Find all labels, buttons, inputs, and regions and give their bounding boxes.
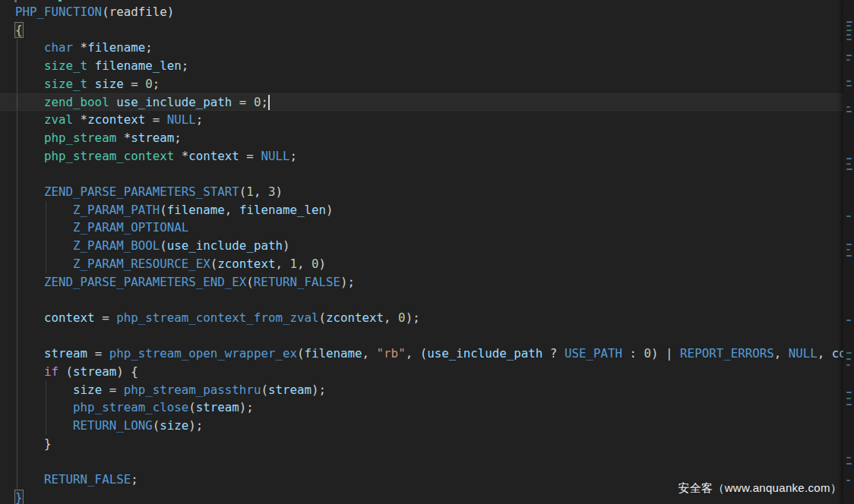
code-line[interactable]: php_stream_context *context = NULL; <box>0 147 843 165</box>
code-token: zend_bool <box>44 95 109 109</box>
code-token: Z_PARAM_RESOURCE_EX <box>73 257 210 271</box>
code-token: REPORT_ERRORS <box>680 346 774 361</box>
code-line[interactable]: size_t filename_len; <box>0 57 843 75</box>
code-token: NULL <box>261 149 289 163</box>
code-token: stream <box>268 383 312 397</box>
code-token: ; <box>153 77 160 91</box>
code-line[interactable] <box>0 327 843 345</box>
code-token: = <box>87 346 109 361</box>
minimap-mark <box>846 163 851 165</box>
minimap-mark <box>846 255 852 257</box>
code-token: php_stream_context <box>44 149 174 163</box>
minimap-mark <box>846 106 850 108</box>
code-token: if <box>44 364 59 379</box>
clipped-line-remnant <box>59 0 62 2</box>
code-line[interactable] <box>0 291 843 309</box>
code-token: 0 <box>644 346 652 361</box>
code-line[interactable]: Z_PARAM_PATH(filename, filename_len) <box>0 201 843 219</box>
code-token: ); <box>188 418 203 433</box>
code-line[interactable]: size = php_stream_passthru(stream); <box>0 381 843 399</box>
code-token: stream <box>73 364 116 379</box>
code-line[interactable] <box>0 453 843 471</box>
code-token: filename <box>87 40 145 55</box>
code-token: ( <box>239 184 247 199</box>
code-token <box>15 58 44 73</box>
code-token: size_t <box>44 77 87 91</box>
code-token: = <box>145 112 167 127</box>
code-line[interactable]: char *filename; <box>0 39 843 57</box>
code-token: context <box>44 310 95 325</box>
code-token: context <box>832 346 843 361</box>
code-line[interactable]: Z_PARAM_RESOURCE_EX(zcontext, 1, 0) <box>0 255 843 273</box>
minimap-mark <box>846 216 851 217</box>
code-token: ) <box>283 238 290 253</box>
code-token: size <box>160 418 188 433</box>
code-area[interactable]: PHP_FUNCTION(readfile){ char *filename; … <box>0 3 843 504</box>
code-token: } <box>15 436 52 451</box>
code-line[interactable]: php_stream_close(stream); <box>0 398 843 417</box>
code-token: ( <box>102 5 109 19</box>
minimap-mark <box>846 21 852 23</box>
minimap-mark <box>846 457 851 458</box>
code-line[interactable]: PHP_FUNCTION(readfile) <box>0 3 843 21</box>
code-token: ); <box>406 310 420 325</box>
code-token <box>15 346 44 361</box>
code-token: = <box>232 95 254 109</box>
code-line[interactable]: Z_PARAM_OPTIONAL <box>0 219 843 237</box>
code-line[interactable]: { <box>0 21 843 39</box>
code-token <box>109 95 117 109</box>
code-line[interactable]: RETURN_LONG(size); <box>0 417 843 435</box>
code-token: 0 <box>145 77 153 91</box>
minimap-mark <box>846 463 852 465</box>
minimap-mark <box>846 39 852 40</box>
minimap-mark <box>846 25 851 27</box>
code-token <box>15 77 44 91</box>
code-token: ; <box>174 131 182 145</box>
code-token <box>15 364 44 379</box>
code-line[interactable]: ZEND_PARSE_PARAMETERS_START(1, 3) <box>0 183 843 201</box>
code-token: "rb" <box>377 346 406 361</box>
code-token <box>15 149 44 163</box>
code-line[interactable] <box>0 165 843 183</box>
code-line[interactable]: ZEND_PARSE_PARAMETERS_END_EX(RETURN_FALS… <box>0 273 843 291</box>
code-line[interactable]: zend_bool use_include_path = 0; <box>0 93 843 112</box>
code-line[interactable]: if (stream) { <box>0 363 843 381</box>
code-token: zval <box>44 112 73 127</box>
minimap-mark <box>846 30 852 31</box>
code-token: use_include_path <box>116 95 232 109</box>
code-token: ( <box>318 310 326 325</box>
code-token: use_include_path <box>427 346 542 361</box>
code-token <box>15 275 44 289</box>
minimap-mark <box>846 358 851 360</box>
clipped-line-remnant <box>14 0 17 2</box>
minimap-mark <box>846 34 851 36</box>
code-line[interactable]: zval *zcontext = NULL; <box>0 111 843 129</box>
code-line[interactable]: Z_PARAM_BOOL(use_include_path) <box>0 237 843 255</box>
code-token <box>15 257 73 271</box>
minimap-mark <box>846 392 852 393</box>
code-line[interactable]: stream = php_stream_open_wrapper_ex(file… <box>0 345 843 363</box>
code-token: ; <box>196 112 204 127</box>
code-editor[interactable]: PHP_FUNCTION(readfile){ char *filename; … <box>0 0 843 504</box>
code-line[interactable]: size_t size = 0; <box>0 75 843 93</box>
code-token <box>15 131 44 145</box>
code-line[interactable]: } <box>0 435 843 453</box>
code-token: , <box>275 257 289 271</box>
code-token: 1 <box>289 257 297 271</box>
code-token: 3 <box>268 184 276 199</box>
minimap-mark <box>846 59 850 61</box>
code-line[interactable]: context = php_stream_context_from_zval(z… <box>0 309 843 327</box>
code-token: filename_len <box>95 58 182 73</box>
code-token: Z_PARAM_PATH <box>73 203 160 217</box>
minimap[interactable] <box>843 0 854 504</box>
minimap-mark <box>846 244 852 245</box>
code-line[interactable]: php_stream *stream; <box>0 129 843 147</box>
code-token: ); <box>239 400 254 414</box>
code-token: filename_len <box>239 203 326 217</box>
minimap-mark <box>846 158 852 159</box>
code-token: filename <box>167 203 225 217</box>
code-token: ( <box>160 238 167 253</box>
code-token: : <box>622 346 644 361</box>
code-token: 0 <box>312 257 319 271</box>
minimap-mark <box>846 398 851 399</box>
